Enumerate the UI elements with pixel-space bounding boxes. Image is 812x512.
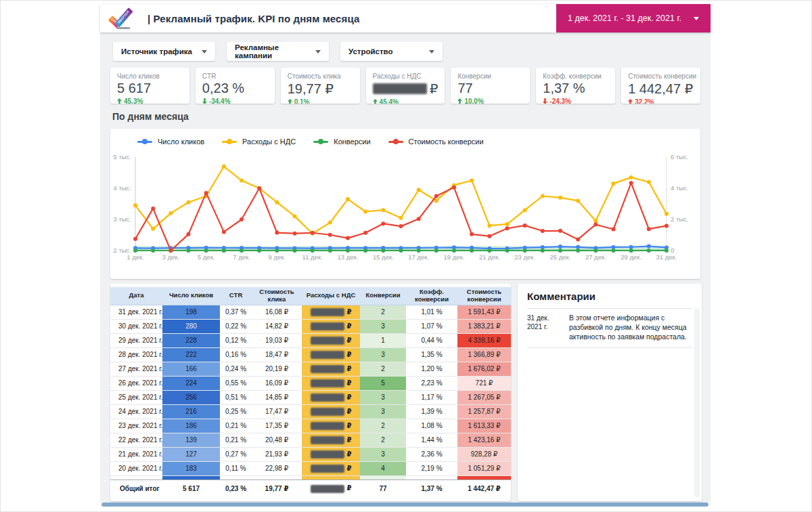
- cell-cost-per-conv: 721 ₽: [457, 376, 511, 390]
- table-row[interactable]: 27 дек. 2021 г.1660,24 %20,19 ₽₽21,20 %1…: [110, 362, 511, 376]
- chart-legend: Число кликовРасходы с НДСКонверсииСтоимо…: [137, 137, 484, 146]
- cell-conv-rate: 1,01 %: [406, 305, 457, 319]
- cell-ctr: 0,55 %: [220, 376, 252, 390]
- table-row[interactable]: 26 дек. 2021 г.2240,55 %16,09 ₽₽52,23 %7…: [110, 376, 511, 390]
- cell-conv-rate: 1,35 %: [406, 347, 457, 362]
- svg-text:3 тыс.: 3 тыс.: [114, 215, 132, 223]
- cell-ctr: 0,22 %: [220, 319, 252, 333]
- legend-item[interactable]: Расходы с НДС: [222, 137, 296, 146]
- comments-title: Комментарии: [527, 291, 692, 302]
- cell-conversions: 3: [360, 447, 406, 461]
- chevron-down-icon: [202, 50, 207, 54]
- cell-cost-per-conv: 1 676,02 ₽: [457, 362, 511, 376]
- total-clicks: 5 617: [162, 479, 220, 497]
- table-row[interactable]: 25 дек. 2021 г.2560,51 %14,85 ₽₽31,17 %1…: [110, 390, 511, 404]
- svg-text:29 дек.: 29 дек.: [621, 253, 641, 261]
- table-row[interactable]: 30 дек. 2021 г.2800,22 %14,82 ₽₽31,07 %1…: [110, 319, 511, 333]
- cell-expenses-masked: ₽: [302, 461, 360, 475]
- column-header[interactable]: Стоимость конверсии: [457, 287, 511, 305]
- column-header[interactable]: Конверсии: [360, 287, 406, 305]
- total-conv-rate: 1,37 %: [406, 479, 457, 497]
- cell-expenses-masked: ₽: [302, 404, 360, 419]
- column-header[interactable]: Коэфф. конверсии: [406, 287, 457, 305]
- cell-cpc: 20,48 ₽: [252, 433, 302, 447]
- filter-label: Рекламные кампании: [235, 43, 315, 60]
- cell-ctr: 0,37 %: [220, 305, 252, 319]
- cell-clicks: 198: [162, 305, 220, 319]
- column-header[interactable]: Число кликов: [162, 287, 220, 305]
- scorecard-label: Число кликов: [117, 72, 183, 80]
- column-header[interactable]: Расходы с НДС: [302, 287, 360, 305]
- cell-expenses-masked: ₽: [302, 447, 360, 461]
- scorecard-value: 0,23 %: [202, 81, 268, 96]
- svg-text:13 дек.: 13 дек.: [338, 253, 359, 261]
- trend-arrow-up-icon: [628, 99, 633, 104]
- comments-scrollbar[interactable]: [694, 308, 700, 497]
- chevron-down-icon: [429, 50, 434, 54]
- legend-item[interactable]: Конверсии: [313, 137, 370, 146]
- table-row[interactable]: 31 дек. 2021 г.1980,37 %16,08 ₽₽21,01 %1…: [110, 305, 511, 319]
- table-row[interactable]: 20 дек. 2021 г.1830,11 %22,98 ₽₽42,19 %1…: [110, 461, 511, 475]
- table-row[interactable]: 24 дек. 2021 г.2160,25 %17,47 ₽₽31,39 %1…: [110, 404, 511, 419]
- filter-device[interactable]: Устройство: [340, 42, 443, 61]
- legend-item[interactable]: Число кликов: [137, 137, 204, 146]
- date-range-button[interactable]: 1 дек. 2021 г. - 31 дек. 2021 г.: [556, 4, 710, 33]
- trend-arrow-up-icon: [373, 99, 378, 104]
- table-row[interactable]: 23 дек. 2021 г.1860,21 %17,35 ₽₽21,08 %1…: [110, 419, 511, 433]
- legend-item[interactable]: Стоимость конверсии: [388, 137, 484, 146]
- table-row[interactable]: 28 дек. 2021 г.2220,16 %18,47 ₽₽31,35 %1…: [110, 347, 511, 362]
- chart-card: 2 тыс.3 тыс.4 тыс.5 тыс.02 тыс.4 тыс.6 т…: [110, 129, 700, 279]
- filter-ad-campaigns[interactable]: Рекламные кампании: [227, 42, 329, 61]
- scorecard: Число кликов5 61745.3%: [110, 68, 189, 104]
- cell-expenses-masked: ₽: [302, 390, 360, 404]
- legend-marker: [137, 141, 152, 143]
- filter-traffic-source[interactable]: Источник трафика: [113, 42, 215, 61]
- comments-panel: Комментарии 31 дек. 2021 г.В этом отчете…: [518, 284, 702, 501]
- cell-cpc: 22,98 ₽: [252, 461, 302, 475]
- page: СИТИ КВАРТАЛ | Рекламный трафик. KPI по …: [0, 0, 812, 512]
- cell-clicks: 216: [162, 404, 220, 419]
- cell-ctr: 0,24 %: [220, 362, 252, 376]
- svg-text:19 дек.: 19 дек.: [444, 253, 465, 261]
- column-header[interactable]: Стоимость клика: [252, 287, 302, 305]
- cell-ctr: 0,27 %: [220, 447, 252, 461]
- column-header[interactable]: CTR: [220, 287, 252, 305]
- svg-text:4 тыс.: 4 тыс.: [671, 184, 689, 192]
- cell-cost-per-conv: 4 339,16 ₽: [457, 333, 511, 347]
- scorecard: Конверсии7710.0%: [451, 68, 530, 104]
- scorecard: Коэфф. конверсии1,37 %-24.3%: [536, 68, 615, 104]
- cell-conv-rate: 1,44 %: [406, 433, 457, 447]
- scorecard: Стоимость конверсии1 442,47 ₽32.2%: [621, 68, 700, 104]
- column-header[interactable]: Дата: [110, 287, 162, 305]
- horizontal-scrollbar[interactable]: [102, 503, 708, 507]
- scorecard-delta: 10.0%: [457, 98, 523, 104]
- cell-ctr: 0,11 %: [220, 461, 252, 475]
- cell-cpc: 21,93 ₽: [252, 447, 302, 461]
- scorecard-delta: 45.4%: [373, 98, 438, 104]
- cell-cost-per-conv: 1 383,21 ₽: [457, 319, 511, 333]
- svg-text:5 тыс.: 5 тыс.: [114, 153, 132, 161]
- cell-conversions: 2: [360, 433, 406, 447]
- table-total-row: Общий итог5 6170,23 %19,77 ₽₽771,37 %1 4…: [110, 479, 511, 497]
- table-row[interactable]: 29 дек. 2021 г.2280,12 %19,03 ₽₽10,44 %4…: [110, 333, 511, 347]
- scorecard-label: Коэфф. конверсии: [543, 72, 608, 80]
- cell-conversions: 3: [360, 319, 406, 333]
- table-row[interactable]: 21 дек. 2021 г.1270,27 %21,93 ₽₽32,36 %9…: [110, 447, 511, 461]
- table-row[interactable]: 22 дек. 2021 г.1390,21 %20,48 ₽₽21,44 %1…: [110, 433, 511, 447]
- cell-date: 30 дек. 2021 г.: [110, 319, 162, 333]
- svg-text:25 дек.: 25 дек.: [550, 253, 571, 261]
- masked-value: [311, 422, 344, 430]
- cell-conv-rate: 1,08 %: [406, 419, 457, 433]
- cell-cost-per-conv: 1 613,33 ₽: [457, 419, 511, 433]
- cell-expenses-masked: ₽: [302, 376, 360, 390]
- cell-conversions: 4: [360, 461, 406, 475]
- cell-conversions: 2: [360, 305, 406, 319]
- cell-clicks: 166: [162, 362, 220, 376]
- kpi-table: ДатаЧисло кликовCTRСтоимость кликаРасход…: [110, 287, 511, 497]
- time-series-chart[interactable]: 2 тыс.3 тыс.4 тыс.5 тыс.02 тыс.4 тыс.6 т…: [110, 129, 700, 278]
- masked-value: [311, 465, 344, 473]
- total-cpc: 19,77 ₽: [252, 479, 302, 497]
- chevron-down-icon: [315, 50, 321, 54]
- cell-conversions: 5: [360, 376, 406, 390]
- comment-date: 31 дек. 2021 г.: [527, 314, 561, 342]
